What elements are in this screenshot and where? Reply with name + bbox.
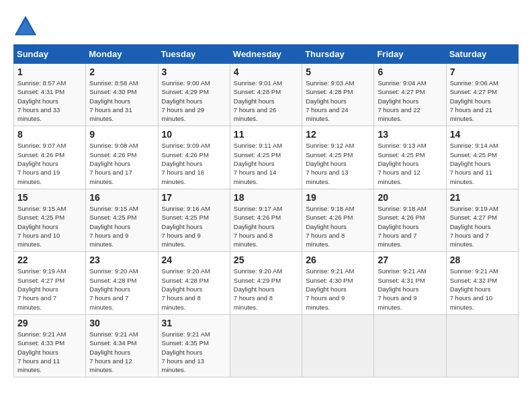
day-info: Sunrise: 9:19 AM Sunset: 4:27 PM Dayligh… — [17, 267, 82, 311]
day-info: Sunrise: 9:18 AM Sunset: 4:26 PM Dayligh… — [378, 204, 442, 248]
day-info: Sunrise: 9:21 AM Sunset: 4:35 PM Dayligh… — [162, 330, 226, 374]
day-info: Sunrise: 9:15 AM Sunset: 4:25 PM Dayligh… — [89, 204, 154, 248]
calendar-cell: 14 Sunrise: 9:14 AM Sunset: 4:25 PM Dayl… — [446, 126, 518, 189]
calendar-week-2: 8 Sunrise: 9:07 AM Sunset: 4:26 PM Dayli… — [14, 126, 519, 189]
calendar-cell: 8 Sunrise: 9:07 AM Sunset: 4:26 PM Dayli… — [14, 126, 86, 189]
day-info: Sunrise: 9:07 AM Sunset: 4:26 PM Dayligh… — [17, 141, 82, 185]
calendar-cell: 19 Sunrise: 9:18 AM Sunset: 4:26 PM Dayl… — [302, 189, 374, 251]
day-number: 7 — [450, 66, 515, 77]
day-number: 17 — [162, 192, 226, 203]
calendar-cell: 18 Sunrise: 9:17 AM Sunset: 4:26 PM Dayl… — [230, 189, 302, 251]
weekday-header-wednesday: Wednesday — [230, 45, 302, 64]
day-info: Sunrise: 9:21 AM Sunset: 4:32 PM Dayligh… — [450, 267, 515, 311]
day-info: Sunrise: 9:11 AM Sunset: 4:25 PM Dayligh… — [234, 141, 298, 185]
calendar-cell: 29 Sunrise: 9:21 AM Sunset: 4:33 PM Dayl… — [14, 314, 86, 377]
day-info: Sunrise: 9:21 AM Sunset: 4:33 PM Dayligh… — [17, 330, 82, 374]
day-number: 8 — [17, 129, 82, 140]
day-number: 31 — [162, 318, 226, 328]
day-info: Sunrise: 9:15 AM Sunset: 4:25 PM Dayligh… — [17, 204, 82, 248]
day-number: 28 — [450, 255, 515, 265]
calendar-cell: 10 Sunrise: 9:09 AM Sunset: 4:26 PM Dayl… — [158, 126, 230, 189]
calendar-cell: 13 Sunrise: 9:13 AM Sunset: 4:25 PM Dayl… — [374, 126, 446, 189]
day-number: 25 — [234, 255, 298, 265]
calendar-cell: 22 Sunrise: 9:19 AM Sunset: 4:27 PM Dayl… — [14, 252, 86, 314]
day-info: Sunrise: 9:13 AM Sunset: 4:25 PM Dayligh… — [378, 141, 442, 185]
day-number: 21 — [450, 192, 515, 203]
day-info: Sunrise: 9:12 AM Sunset: 4:25 PM Dayligh… — [306, 141, 370, 185]
calendar-week-1: 1 Sunrise: 8:57 AM Sunset: 4:31 PM Dayli… — [14, 64, 519, 126]
calendar-cell: 25 Sunrise: 9:20 AM Sunset: 4:29 PM Dayl… — [230, 252, 302, 314]
day-number: 4 — [234, 66, 298, 77]
day-info: Sunrise: 9:03 AM Sunset: 4:28 PM Dayligh… — [306, 79, 370, 123]
day-info: Sunrise: 9:01 AM Sunset: 4:28 PM Dayligh… — [234, 79, 298, 123]
calendar-cell: 9 Sunrise: 9:08 AM Sunset: 4:26 PM Dayli… — [86, 126, 158, 189]
day-number: 5 — [306, 66, 370, 77]
day-info: Sunrise: 9:16 AM Sunset: 4:25 PM Dayligh… — [162, 204, 226, 248]
calendar-week-5: 29 Sunrise: 9:21 AM Sunset: 4:33 PM Dayl… — [14, 314, 519, 377]
day-info: Sunrise: 9:20 AM Sunset: 4:28 PM Dayligh… — [162, 267, 226, 311]
day-info: Sunrise: 9:06 AM Sunset: 4:27 PM Dayligh… — [450, 79, 515, 123]
day-number: 14 — [450, 129, 515, 140]
day-number: 24 — [162, 255, 226, 265]
logo-icon — [13, 13, 38, 38]
calendar-cell: 15 Sunrise: 9:15 AM Sunset: 4:25 PM Dayl… — [14, 189, 86, 251]
calendar-cell — [302, 314, 374, 377]
calendar-cell: 7 Sunrise: 9:06 AM Sunset: 4:27 PM Dayli… — [446, 64, 518, 126]
calendar-cell: 26 Sunrise: 9:21 AM Sunset: 4:30 PM Dayl… — [302, 252, 374, 314]
day-info: Sunrise: 9:21 AM Sunset: 4:34 PM Dayligh… — [89, 330, 154, 374]
day-number: 11 — [234, 129, 298, 140]
calendar-cell: 28 Sunrise: 9:21 AM Sunset: 4:32 PM Dayl… — [446, 252, 518, 314]
weekday-header-tuesday: Tuesday — [158, 45, 230, 64]
day-info: Sunrise: 9:14 AM Sunset: 4:25 PM Dayligh… — [450, 141, 515, 185]
calendar-cell: 16 Sunrise: 9:15 AM Sunset: 4:25 PM Dayl… — [86, 189, 158, 251]
day-number: 16 — [89, 192, 154, 203]
day-number: 3 — [162, 66, 226, 77]
day-number: 22 — [17, 255, 82, 265]
calendar-cell — [374, 314, 446, 377]
day-info: Sunrise: 9:21 AM Sunset: 4:30 PM Dayligh… — [306, 267, 370, 311]
calendar-cell: 23 Sunrise: 9:20 AM Sunset: 4:28 PM Dayl… — [86, 252, 158, 314]
day-info: Sunrise: 9:20 AM Sunset: 4:29 PM Dayligh… — [234, 267, 298, 311]
day-number: 20 — [378, 192, 442, 203]
weekday-header-row: SundayMondayTuesdayWednesdayThursdayFrid… — [14, 45, 519, 64]
day-info: Sunrise: 9:21 AM Sunset: 4:31 PM Dayligh… — [378, 267, 442, 311]
weekday-header-friday: Friday — [374, 45, 446, 64]
day-info: Sunrise: 9:09 AM Sunset: 4:26 PM Dayligh… — [162, 141, 226, 185]
calendar-cell: 12 Sunrise: 9:12 AM Sunset: 4:25 PM Dayl… — [302, 126, 374, 189]
calendar-week-4: 22 Sunrise: 9:19 AM Sunset: 4:27 PM Dayl… — [14, 252, 519, 314]
day-info: Sunrise: 9:00 AM Sunset: 4:29 PM Dayligh… — [162, 79, 226, 123]
calendar-cell: 24 Sunrise: 9:20 AM Sunset: 4:28 PM Dayl… — [158, 252, 230, 314]
day-number: 13 — [378, 129, 442, 140]
weekday-header-sunday: Sunday — [14, 45, 86, 64]
weekday-header-thursday: Thursday — [302, 45, 374, 64]
calendar-cell: 20 Sunrise: 9:18 AM Sunset: 4:26 PM Dayl… — [374, 189, 446, 251]
calendar-cell: 30 Sunrise: 9:21 AM Sunset: 4:34 PM Dayl… — [86, 314, 158, 377]
day-number: 18 — [234, 192, 298, 203]
calendar-cell: 4 Sunrise: 9:01 AM Sunset: 4:28 PM Dayli… — [230, 64, 302, 126]
logo — [13, 13, 40, 38]
calendar-cell: 5 Sunrise: 9:03 AM Sunset: 4:28 PM Dayli… — [302, 64, 374, 126]
day-number: 9 — [89, 129, 154, 140]
day-info: Sunrise: 9:19 AM Sunset: 4:27 PM Dayligh… — [450, 204, 515, 248]
calendar-cell: 31 Sunrise: 9:21 AM Sunset: 4:35 PM Dayl… — [158, 314, 230, 377]
day-number: 26 — [306, 255, 370, 265]
day-number: 27 — [378, 255, 442, 265]
day-number: 10 — [162, 129, 226, 140]
day-number: 30 — [89, 318, 154, 328]
day-number: 19 — [306, 192, 370, 203]
day-info: Sunrise: 9:08 AM Sunset: 4:26 PM Dayligh… — [89, 141, 154, 185]
calendar-cell: 1 Sunrise: 8:57 AM Sunset: 4:31 PM Dayli… — [14, 64, 86, 126]
day-info: Sunrise: 9:17 AM Sunset: 4:26 PM Dayligh… — [234, 204, 298, 248]
day-info: Sunrise: 9:20 AM Sunset: 4:28 PM Dayligh… — [89, 267, 154, 311]
calendar-cell: 3 Sunrise: 9:00 AM Sunset: 4:29 PM Dayli… — [158, 64, 230, 126]
weekday-header-saturday: Saturday — [446, 45, 518, 64]
day-info: Sunrise: 8:58 AM Sunset: 4:30 PM Dayligh… — [89, 79, 154, 123]
day-number: 1 — [17, 66, 82, 77]
day-number: 12 — [306, 129, 370, 140]
weekday-header-monday: Monday — [86, 45, 158, 64]
calendar-cell: 6 Sunrise: 9:04 AM Sunset: 4:27 PM Dayli… — [374, 64, 446, 126]
calendar-cell: 2 Sunrise: 8:58 AM Sunset: 4:30 PM Dayli… — [86, 64, 158, 126]
calendar-cell — [446, 314, 518, 377]
day-info: Sunrise: 9:18 AM Sunset: 4:26 PM Dayligh… — [306, 204, 370, 248]
day-number: 23 — [89, 255, 154, 265]
